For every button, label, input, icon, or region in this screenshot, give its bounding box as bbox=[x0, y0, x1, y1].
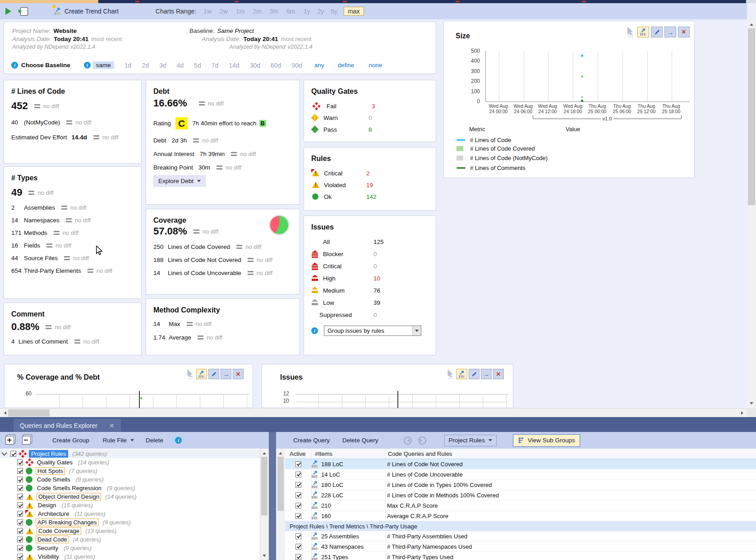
play-icon[interactable] bbox=[5, 8, 11, 15]
issue-label[interactable]: Blocker bbox=[323, 251, 362, 257]
delete-query-button[interactable]: Delete Query bbox=[342, 437, 378, 444]
range-6m[interactable]: 6m bbox=[286, 8, 295, 15]
tree-label[interactable]: Code Smells Regression bbox=[36, 485, 103, 491]
delete-button[interactable]: Delete bbox=[146, 437, 163, 444]
table-row[interactable]: 25 Assemblies# Third-Party Assemblies Us… bbox=[285, 531, 756, 542]
tree-row-api-breaking-changes[interactable]: API Breaking Changes(9 queries) bbox=[0, 518, 260, 527]
tree-row-dead-code[interactable]: Dead Code(4 queries) bbox=[0, 535, 260, 544]
gate-label[interactable]: Fail bbox=[327, 103, 362, 110]
edit-chart-button[interactable] bbox=[469, 369, 479, 379]
vertical-scrollbar[interactable] bbox=[747, 19, 756, 408]
checkbox[interactable] bbox=[295, 533, 301, 539]
baseline-3d[interactable]: 3d bbox=[159, 62, 166, 69]
tree-label[interactable]: Architecture bbox=[37, 510, 70, 517]
table-row[interactable]: 14 LoC# Lines of Code Uncoverable bbox=[285, 469, 756, 480]
table-row[interactable]: 188 LoC# Lines of Code Not Covered bbox=[285, 459, 756, 469]
checkbox[interactable] bbox=[17, 519, 23, 525]
query-list-scrollbar[interactable] bbox=[277, 449, 285, 560]
tree-row-security[interactable]: Security(9 queries) bbox=[0, 544, 260, 552]
checkbox[interactable] bbox=[17, 459, 23, 465]
scrollbar-thumb[interactable] bbox=[277, 457, 284, 511]
rule-label[interactable]: Ok bbox=[324, 193, 359, 200]
checkbox[interactable] bbox=[295, 461, 301, 467]
chevron-down-icon[interactable] bbox=[1, 450, 7, 456]
tree-label[interactable]: Quality Gates bbox=[36, 459, 74, 466]
table-row[interactable]: 43 Namespaces# Third-Party Namespaces Us… bbox=[285, 542, 756, 552]
checkbox[interactable] bbox=[17, 485, 23, 491]
tree-label[interactable]: Hot Spots bbox=[36, 467, 65, 475]
tree-label[interactable]: Object Oriented Design bbox=[37, 493, 101, 500]
table-row[interactable]: 210Max C.R.A.P Score bbox=[285, 500, 756, 511]
baseline-90d[interactable]: 90d bbox=[291, 62, 302, 69]
trend-chart-button[interactable] bbox=[196, 369, 207, 379]
range-3m[interactable]: 3m bbox=[270, 8, 278, 15]
view-sub-groups-button[interactable]: View Sub Groups bbox=[513, 434, 580, 447]
select-cursor-icon[interactable] bbox=[186, 369, 195, 379]
scrollbar-thumb[interactable] bbox=[261, 457, 267, 515]
scroll-down-arrow[interactable] bbox=[260, 553, 268, 560]
select-cursor-icon[interactable] bbox=[626, 27, 636, 37]
scroll-left-arrow[interactable] bbox=[0, 409, 8, 418]
tree-row-design[interactable]: !Design(15 queries) bbox=[0, 501, 260, 510]
tree-row-code-coverage[interactable]: !Code Coverage(13 queries) bbox=[0, 527, 260, 535]
tree-scrollbar[interactable] bbox=[260, 449, 268, 560]
move-chart-button[interactable]: → bbox=[481, 369, 492, 379]
tree-row-architecture[interactable]: !Architecture(11 queries) bbox=[0, 510, 260, 518]
panel-splitter[interactable] bbox=[269, 432, 276, 560]
checkbox[interactable] bbox=[17, 494, 23, 500]
info-icon[interactable] bbox=[175, 437, 182, 444]
checkbox[interactable] bbox=[295, 482, 301, 488]
tree-row-code-smells-regression[interactable]: Code Smells Regression(9 queries) bbox=[0, 484, 260, 492]
baseline-30d[interactable]: 30d bbox=[250, 62, 260, 69]
checkbox[interactable] bbox=[10, 451, 16, 457]
table-row[interactable]: 160Average C.R.A.P Score bbox=[285, 511, 756, 521]
tree-row-quality-gates[interactable]: Quality Gates(14 queries) bbox=[0, 458, 260, 467]
table-row[interactable]: 251 Types# Third-Party Types Used bbox=[285, 552, 756, 560]
range-max-active[interactable]: max bbox=[344, 7, 364, 16]
checkbox[interactable] bbox=[17, 511, 23, 517]
scroll-down-arrow[interactable] bbox=[747, 400, 756, 408]
group-issues-dropdown[interactable]: Group issues by rules bbox=[324, 326, 421, 336]
checkbox[interactable] bbox=[295, 544, 301, 550]
scroll-up-arrow[interactable] bbox=[747, 19, 756, 28]
baseline-4d[interactable]: 4d bbox=[177, 62, 184, 69]
export-icon[interactable] bbox=[20, 7, 28, 16]
range-1w[interactable]: 1w bbox=[203, 8, 212, 15]
close-icon[interactable]: ✕ bbox=[109, 422, 115, 429]
range-2y[interactable]: 2y bbox=[318, 8, 324, 15]
tree-label[interactable]: Design bbox=[37, 502, 57, 509]
baseline-any-link[interactable]: any bbox=[314, 62, 324, 69]
delete-chart-button[interactable]: × bbox=[678, 27, 690, 37]
explore-debt-button[interactable]: Explore Debt bbox=[153, 175, 206, 187]
scroll-up-arrow[interactable] bbox=[260, 449, 268, 456]
table-row[interactable]: 180 LoC# Lines of Code in Types 100% Cov… bbox=[285, 480, 756, 490]
horizontal-scrollbar[interactable] bbox=[0, 408, 747, 417]
move-chart-button[interactable]: → bbox=[664, 27, 676, 37]
range-2m[interactable]: 2m bbox=[253, 8, 261, 15]
issue-label[interactable]: Medium bbox=[323, 287, 362, 294]
tree-label[interactable]: Visibility bbox=[37, 553, 60, 560]
checkbox[interactable] bbox=[295, 513, 301, 519]
rule-label[interactable]: Critical bbox=[324, 170, 359, 177]
tree-label[interactable]: Code Smells bbox=[36, 476, 72, 483]
scroll-right-arrow[interactable] bbox=[739, 409, 747, 418]
scrollbar-thumb[interactable] bbox=[8, 409, 50, 417]
tree-label[interactable]: Code Coverage bbox=[37, 527, 81, 535]
checkbox[interactable] bbox=[17, 545, 23, 551]
scroll-up-arrow[interactable] bbox=[277, 449, 285, 456]
collapse-all-icon[interactable] bbox=[22, 436, 31, 445]
tree-row-project-rules[interactable]: Project Rules (342 queries) bbox=[0, 450, 260, 458]
forward-arrow-icon[interactable] bbox=[418, 436, 426, 445]
gate-label[interactable]: Warn bbox=[323, 115, 359, 121]
header-rules[interactable]: Code Queries and Rules bbox=[385, 450, 452, 457]
baseline-2d[interactable]: 2d bbox=[142, 62, 149, 69]
table-row[interactable]: 228 LoC# Lines of Code in Methods 100% C… bbox=[285, 490, 756, 500]
checkbox[interactable] bbox=[17, 502, 23, 508]
issues-all-label[interactable]: All bbox=[323, 239, 362, 245]
issues-suppressed-label[interactable]: Suppressed bbox=[319, 312, 362, 318]
tree-label[interactable]: Project Rules bbox=[29, 450, 68, 458]
back-arrow-icon[interactable] bbox=[404, 436, 412, 445]
header-items[interactable]: #Items bbox=[311, 450, 385, 457]
issue-label[interactable]: Critical bbox=[323, 263, 362, 270]
baseline-1d[interactable]: 1d bbox=[124, 62, 132, 69]
